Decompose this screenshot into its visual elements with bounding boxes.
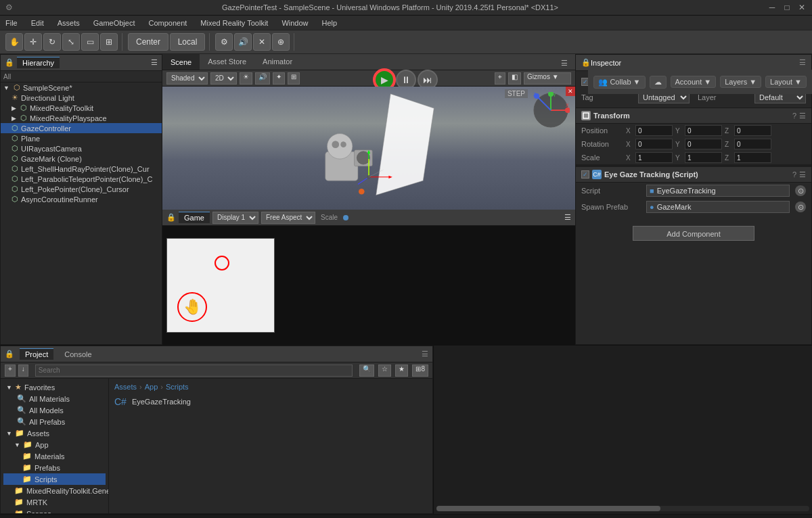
close-button[interactable]: ✕: [797, 3, 807, 12]
cloud-button[interactable]: ☁: [650, 76, 667, 89]
hierarchy-item-6[interactable]: ⬡ GazeMark (Clone): [1, 154, 162, 164]
all-models-item[interactable]: 🔍 All Models: [3, 404, 106, 416]
rot-y-input[interactable]: [685, 139, 722, 149]
rot-x-input[interactable]: [635, 139, 673, 149]
hierarchy-item-10[interactable]: ⬡ AsyncCoroutineRunner: [1, 194, 162, 204]
breadcrumb-scripts[interactable]: Scripts: [166, 383, 189, 391]
hierarchy-item-2[interactable]: ▶ ⬡ MixedRealityPlayspace: [1, 113, 162, 123]
all-materials-item[interactable]: 🔍 All Materials: [3, 393, 106, 404]
rot-z-input[interactable]: [734, 139, 771, 149]
scene-layers-btn[interactable]: ◧: [508, 72, 521, 85]
game-lock[interactable]: 🔒: [166, 213, 176, 222]
transform-help[interactable]: ?: [792, 112, 796, 120]
favorites-group[interactable]: ▼ ★ Favorites: [3, 381, 106, 393]
hierarchy-item-9[interactable]: ⬡ Left_PokePointer(Clone)_Cursor: [1, 184, 162, 194]
menu-edit[interactable]: Edit: [28, 18, 47, 28]
breadcrumb-app[interactable]: App: [145, 383, 158, 391]
pos-y-input[interactable]: [685, 125, 722, 136]
scene-grid-btn[interactable]: ⊞: [288, 72, 300, 85]
minimize-button[interactable]: ─: [767, 3, 777, 12]
menu-window[interactable]: Window: [279, 18, 311, 28]
scale-x-input[interactable]: [635, 152, 673, 163]
scene-light-btn[interactable]: ☀: [240, 72, 252, 85]
project-menu[interactable]: ☰: [422, 350, 428, 358]
display-select[interactable]: Display 1: [212, 212, 258, 224]
mrtk-folder[interactable]: 📁 MRTK: [3, 496, 106, 508]
bottom-scrollbar[interactable]: [436, 506, 809, 511]
hierarchy-item-7[interactable]: ⬡ Left_ShellHandRayPointer(Clone)_Cur: [1, 164, 162, 174]
scene-close-btn[interactable]: ✕: [566, 87, 575, 96]
menu-mrtk[interactable]: Mixed Reality Toolkit: [198, 18, 271, 28]
collab-button[interactable]: 👥 Collab ▼: [593, 76, 645, 89]
dimension-select[interactable]: 2D 3D: [210, 72, 237, 85]
scenes-folder[interactable]: 📁 Scenes: [3, 508, 106, 513]
script-help[interactable]: ?: [792, 170, 796, 179]
shading-select[interactable]: Shaded: [166, 72, 208, 85]
hierarchy-item-1[interactable]: ▶ ⬡ MixedRealityToolkit: [1, 103, 162, 113]
menu-gameobject[interactable]: GameObject: [91, 18, 138, 28]
hierarchy-tab[interactable]: Hierarchy: [17, 57, 60, 68]
account-button[interactable]: Account ▼: [671, 76, 717, 88]
menu-component[interactable]: Component: [145, 18, 189, 28]
all-prefabs-item[interactable]: 🔍 All Prefabs: [3, 416, 106, 427]
proj-import-btn[interactable]: ↓: [18, 364, 28, 377]
inspector-lock[interactable]: 🔒: [581, 58, 591, 67]
maximize-button[interactable]: □: [782, 3, 792, 12]
tool2[interactable]: 🔊: [234, 33, 252, 51]
tool4[interactable]: ⊕: [272, 33, 290, 51]
hierarchy-item-plane[interactable]: ⬡ Plane: [1, 133, 162, 143]
proj-group-btn[interactable]: ⊞8: [412, 364, 428, 377]
scripts-folder[interactable]: 📁 Scripts: [3, 473, 106, 485]
hierarchy-item-gazecontroller[interactable]: ⬡ GazeController: [1, 123, 162, 133]
scene-search-btn[interactable]: ⌖: [495, 72, 505, 85]
layout-button[interactable]: Layout ▼: [765, 76, 807, 88]
script-picker[interactable]: ⊙: [795, 185, 806, 196]
layers-button[interactable]: Layers ▼: [720, 76, 761, 88]
materials-folder[interactable]: 📁 Materials: [3, 450, 106, 462]
scale-tool[interactable]: ⤡: [62, 33, 80, 51]
animator-tab[interactable]: Animator: [254, 53, 300, 70]
transform-menu[interactable]: ☰: [799, 112, 806, 120]
menu-file[interactable]: File: [3, 18, 20, 28]
gizmos-btn[interactable]: Gizmos ▼: [524, 72, 571, 85]
asset-store-tab[interactable]: Asset Store: [200, 53, 254, 70]
mrtk-gen-folder[interactable]: 📁 MixedRealityToolkit.Genera: [3, 485, 106, 496]
inspector-tab[interactable]: Inspector: [591, 59, 621, 67]
hierarchy-lock[interactable]: 🔒: [5, 58, 14, 67]
rotate-tool[interactable]: ↻: [43, 33, 61, 51]
scale-y-input[interactable]: [685, 152, 722, 163]
console-tab[interactable]: Console: [59, 349, 97, 360]
eyegazetracking-file[interactable]: C# EyeGazeTracking: [112, 395, 430, 408]
project-search-input[interactable]: [35, 364, 353, 377]
project-lock[interactable]: 🔒: [5, 350, 14, 358]
scene-fx-btn[interactable]: ✦: [273, 72, 285, 85]
rect-tool[interactable]: ▭: [81, 33, 99, 51]
spawn-picker[interactable]: ⊙: [795, 202, 806, 212]
proj-fav-btn[interactable]: ☆: [378, 364, 391, 377]
pos-x-input[interactable]: [635, 125, 673, 136]
multi-tool[interactable]: ⊞: [100, 33, 118, 51]
move-tool[interactable]: ✛: [24, 33, 42, 51]
prefabs-folder[interactable]: 📁 Prefabs: [3, 462, 106, 473]
hierarchy-item-5[interactable]: ⬡ UIRaycastCamera: [1, 143, 162, 154]
menu-help[interactable]: Help: [319, 18, 340, 28]
local-button[interactable]: Local: [170, 33, 205, 51]
pos-z-input[interactable]: [734, 125, 771, 136]
tool1[interactable]: ⚙: [215, 33, 233, 51]
hierarchy-menu[interactable]: ☰: [151, 58, 158, 67]
game-tab[interactable]: Game: [179, 212, 210, 223]
hierarchy-scene[interactable]: ▼ ⬡ SampleScene*: [1, 83, 162, 93]
proj-search-icons[interactable]: 🔍: [359, 364, 374, 377]
aspect-select[interactable]: Free Aspect: [261, 212, 315, 224]
hierarchy-item-8[interactable]: ⬡ Left_ParabolicTeleportPointer(Clone)_C: [1, 174, 162, 184]
comp-active-check[interactable]: [581, 170, 589, 179]
add-component-button[interactable]: Add Component: [633, 226, 754, 241]
project-tab[interactable]: Project: [20, 348, 53, 360]
scale-z-input[interactable]: [734, 152, 771, 163]
scene-tab[interactable]: Scene: [162, 53, 200, 70]
hierarchy-item-0[interactable]: ☀ Directional Light: [1, 93, 162, 103]
breadcrumb-assets[interactable]: Assets: [114, 383, 137, 391]
proj-add-btn[interactable]: +: [5, 364, 16, 377]
proj-star-btn[interactable]: ★: [395, 364, 408, 377]
game-menu-btn[interactable]: ☰: [564, 213, 571, 222]
